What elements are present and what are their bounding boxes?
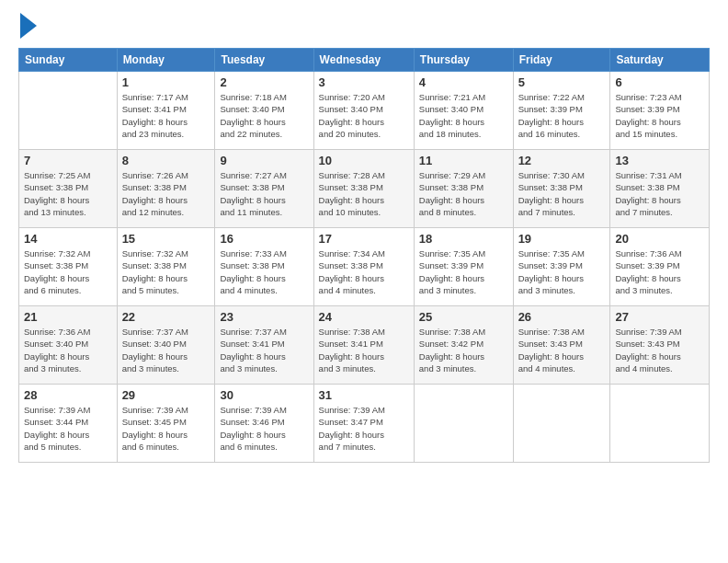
day-info: Sunrise: 7:38 AM Sunset: 3:41 PM Dayligh… xyxy=(319,326,409,374)
day-info: Sunrise: 7:26 AM Sunset: 3:38 PM Dayligh… xyxy=(122,169,210,218)
calendar-cell: 16Sunrise: 7:33 AM Sunset: 3:38 PM Dayli… xyxy=(215,228,313,306)
day-number: 21 xyxy=(24,310,112,324)
calendar-cell: 6Sunrise: 7:23 AM Sunset: 3:39 PM Daylig… xyxy=(610,72,710,150)
day-number: 29 xyxy=(122,388,210,402)
day-info: Sunrise: 7:39 AM Sunset: 3:46 PM Dayligh… xyxy=(220,404,308,453)
day-info: Sunrise: 7:39 AM Sunset: 3:43 PM Dayligh… xyxy=(615,326,704,374)
weekday-header: Saturday xyxy=(610,49,710,72)
day-number: 1 xyxy=(122,75,210,89)
day-info: Sunrise: 7:17 AM Sunset: 3:41 PM Dayligh… xyxy=(122,91,210,140)
day-info: Sunrise: 7:32 AM Sunset: 3:38 PM Dayligh… xyxy=(24,247,112,296)
day-info: Sunrise: 7:28 AM Sunset: 3:38 PM Dayligh… xyxy=(319,169,409,218)
day-info: Sunrise: 7:37 AM Sunset: 3:40 PM Dayligh… xyxy=(122,326,210,374)
calendar-cell xyxy=(414,385,513,463)
calendar-cell: 20Sunrise: 7:36 AM Sunset: 3:39 PM Dayli… xyxy=(610,228,710,306)
day-number: 4 xyxy=(419,75,508,89)
calendar-cell xyxy=(610,385,710,463)
calendar-cell: 23Sunrise: 7:37 AM Sunset: 3:41 PM Dayli… xyxy=(215,306,313,385)
weekday-header: Tuesday xyxy=(215,49,313,72)
day-number: 7 xyxy=(24,154,112,167)
calendar-cell: 25Sunrise: 7:38 AM Sunset: 3:42 PM Dayli… xyxy=(414,306,513,385)
weekday-header: Friday xyxy=(513,49,610,72)
calendar-week-row: 21Sunrise: 7:36 AM Sunset: 3:40 PM Dayli… xyxy=(19,306,710,385)
calendar-cell xyxy=(513,385,610,463)
day-number: 6 xyxy=(615,75,704,89)
calendar-cell: 3Sunrise: 7:20 AM Sunset: 3:40 PM Daylig… xyxy=(313,72,414,150)
day-info: Sunrise: 7:34 AM Sunset: 3:38 PM Dayligh… xyxy=(319,247,409,296)
day-number: 8 xyxy=(122,154,210,167)
day-number: 15 xyxy=(122,232,210,246)
calendar-cell: 5Sunrise: 7:22 AM Sunset: 3:39 PM Daylig… xyxy=(513,72,610,150)
calendar-cell: 1Sunrise: 7:17 AM Sunset: 3:41 PM Daylig… xyxy=(117,72,215,150)
day-number: 2 xyxy=(220,75,308,89)
weekday-header: Wednesday xyxy=(313,49,414,72)
day-number: 27 xyxy=(615,310,704,324)
calendar-cell: 15Sunrise: 7:32 AM Sunset: 3:38 PM Dayli… xyxy=(117,228,215,306)
day-number: 10 xyxy=(319,154,409,167)
day-number: 23 xyxy=(220,310,308,324)
day-info: Sunrise: 7:31 AM Sunset: 3:38 PM Dayligh… xyxy=(615,169,704,218)
day-info: Sunrise: 7:33 AM Sunset: 3:38 PM Dayligh… xyxy=(220,247,308,296)
weekday-header: Thursday xyxy=(414,49,513,72)
calendar-cell: 9Sunrise: 7:27 AM Sunset: 3:38 PM Daylig… xyxy=(215,150,313,228)
day-info: Sunrise: 7:39 AM Sunset: 3:45 PM Dayligh… xyxy=(122,404,210,453)
day-info: Sunrise: 7:29 AM Sunset: 3:38 PM Dayligh… xyxy=(419,169,508,218)
day-info: Sunrise: 7:22 AM Sunset: 3:39 PM Dayligh… xyxy=(518,91,606,140)
calendar-cell: 19Sunrise: 7:35 AM Sunset: 3:39 PM Dayli… xyxy=(513,228,610,306)
day-info: Sunrise: 7:37 AM Sunset: 3:41 PM Dayligh… xyxy=(220,326,308,374)
day-number: 13 xyxy=(615,154,704,167)
calendar-cell: 24Sunrise: 7:38 AM Sunset: 3:41 PM Dayli… xyxy=(313,306,414,385)
day-number: 26 xyxy=(518,310,606,324)
day-number: 5 xyxy=(518,75,606,89)
day-info: Sunrise: 7:35 AM Sunset: 3:39 PM Dayligh… xyxy=(419,247,508,296)
day-info: Sunrise: 7:35 AM Sunset: 3:39 PM Dayligh… xyxy=(518,247,606,296)
day-info: Sunrise: 7:38 AM Sunset: 3:43 PM Dayligh… xyxy=(518,326,606,374)
day-info: Sunrise: 7:27 AM Sunset: 3:38 PM Dayligh… xyxy=(220,169,308,218)
calendar-week-row: 1Sunrise: 7:17 AM Sunset: 3:41 PM Daylig… xyxy=(19,72,710,150)
day-info: Sunrise: 7:39 AM Sunset: 3:44 PM Dayligh… xyxy=(24,404,112,453)
day-number: 16 xyxy=(220,232,308,246)
day-info: Sunrise: 7:21 AM Sunset: 3:40 PM Dayligh… xyxy=(419,91,508,140)
day-number: 11 xyxy=(419,154,508,167)
day-info: Sunrise: 7:36 AM Sunset: 3:39 PM Dayligh… xyxy=(615,247,704,296)
calendar-header-row: SundayMondayTuesdayWednesdayThursdayFrid… xyxy=(19,49,710,72)
day-number: 28 xyxy=(24,388,112,402)
day-info: Sunrise: 7:32 AM Sunset: 3:38 PM Dayligh… xyxy=(122,247,210,296)
calendar-cell: 17Sunrise: 7:34 AM Sunset: 3:38 PM Dayli… xyxy=(313,228,414,306)
day-info: Sunrise: 7:39 AM Sunset: 3:47 PM Dayligh… xyxy=(319,404,409,453)
day-number: 25 xyxy=(419,310,508,324)
day-number: 17 xyxy=(319,232,409,246)
calendar-cell: 29Sunrise: 7:39 AM Sunset: 3:45 PM Dayli… xyxy=(117,385,215,463)
weekday-header: Sunday xyxy=(19,49,118,72)
day-number: 31 xyxy=(319,388,409,402)
calendar-table: SundayMondayTuesdayWednesdayThursdayFrid… xyxy=(18,48,710,463)
day-number: 14 xyxy=(24,232,112,246)
day-number: 18 xyxy=(419,232,508,246)
calendar-week-row: 7Sunrise: 7:25 AM Sunset: 3:38 PM Daylig… xyxy=(19,150,710,228)
day-number: 12 xyxy=(518,154,606,167)
weekday-header: Monday xyxy=(117,49,215,72)
day-info: Sunrise: 7:23 AM Sunset: 3:39 PM Dayligh… xyxy=(615,91,704,140)
calendar-cell: 27Sunrise: 7:39 AM Sunset: 3:43 PM Dayli… xyxy=(610,306,710,385)
calendar-cell: 11Sunrise: 7:29 AM Sunset: 3:38 PM Dayli… xyxy=(414,150,513,228)
day-info: Sunrise: 7:20 AM Sunset: 3:40 PM Dayligh… xyxy=(319,91,409,140)
page: SundayMondayTuesdayWednesdayThursdayFrid… xyxy=(0,0,728,563)
calendar-cell: 13Sunrise: 7:31 AM Sunset: 3:38 PM Dayli… xyxy=(610,150,710,228)
svg-marker-0 xyxy=(20,13,37,39)
calendar-cell: 21Sunrise: 7:36 AM Sunset: 3:40 PM Dayli… xyxy=(19,306,118,385)
logo xyxy=(18,15,37,39)
calendar-week-row: 28Sunrise: 7:39 AM Sunset: 3:44 PM Dayli… xyxy=(19,385,710,463)
day-info: Sunrise: 7:18 AM Sunset: 3:40 PM Dayligh… xyxy=(220,91,308,140)
calendar-cell: 31Sunrise: 7:39 AM Sunset: 3:47 PM Dayli… xyxy=(313,385,414,463)
calendar-cell: 18Sunrise: 7:35 AM Sunset: 3:39 PM Dayli… xyxy=(414,228,513,306)
header xyxy=(18,15,710,39)
day-info: Sunrise: 7:25 AM Sunset: 3:38 PM Dayligh… xyxy=(24,169,112,218)
logo-icon xyxy=(20,13,37,39)
calendar-cell: 30Sunrise: 7:39 AM Sunset: 3:46 PM Dayli… xyxy=(215,385,313,463)
day-number: 9 xyxy=(220,154,308,167)
day-number: 19 xyxy=(518,232,606,246)
calendar-cell: 7Sunrise: 7:25 AM Sunset: 3:38 PM Daylig… xyxy=(19,150,118,228)
calendar-cell: 14Sunrise: 7:32 AM Sunset: 3:38 PM Dayli… xyxy=(19,228,118,306)
day-number: 30 xyxy=(220,388,308,402)
calendar-cell: 22Sunrise: 7:37 AM Sunset: 3:40 PM Dayli… xyxy=(117,306,215,385)
